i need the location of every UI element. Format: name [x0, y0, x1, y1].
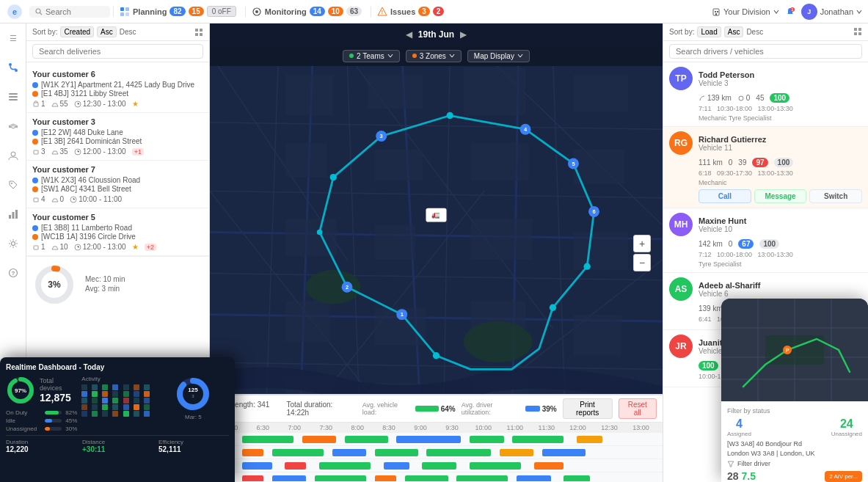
- sidebar-settings-icon[interactable]: [4, 235, 22, 252]
- svg-text:e: e: [12, 7, 17, 16]
- mobile-map: P: [721, 299, 868, 401]
- mobile-num-row: 28 7.5: [727, 470, 756, 482]
- switch-button[interactable]: Switch: [809, 189, 862, 203]
- grid-view-icon[interactable]: [194, 28, 203, 37]
- issues-icon: !: [377, 7, 387, 17]
- sidebar-menu-icon[interactable]: ☰: [4, 29, 22, 47]
- time-label: 7:30: [310, 424, 342, 431]
- num28: 28: [727, 470, 739, 482]
- sort-desc-label: Desc: [746, 28, 763, 36]
- sort-asc-btn[interactable]: Asc: [724, 26, 744, 37]
- map-zoom-controls: + −: [633, 235, 651, 271]
- list-item[interactable]: RG Richard Gutierrez Vehicle 11 111 km 0…: [663, 127, 868, 208]
- customer-title: Your customer 6: [32, 70, 203, 78]
- package-icon: [32, 196, 40, 203]
- filter-row: Filter driver: [727, 460, 862, 467]
- map-next-btn[interactable]: ▶: [460, 29, 467, 40]
- sidebar-user-icon[interactable]: [4, 147, 22, 164]
- list-item[interactable]: Your customer 7 [W1K 2X3] 46 Cloussion R…: [26, 161, 209, 208]
- star-icon[interactable]: ★: [132, 100, 139, 108]
- list-item[interactable]: Your customer 6 [W1K 2Y1] Apartment 21, …: [26, 65, 209, 113]
- notification-bell[interactable]: 1: [785, 7, 795, 17]
- sidebar-tag-icon[interactable]: [4, 176, 22, 194]
- map-prev-btn[interactable]: ◀: [406, 29, 412, 40]
- zoom-out-btn[interactable]: −: [633, 254, 651, 271]
- svg-text:1: 1: [791, 7, 793, 12]
- list-item[interactable]: Your customer 5 [E1 3B8] 11 Lamberto Roa…: [26, 208, 209, 256]
- sidebar-layers-icon[interactable]: [4, 117, 22, 135]
- svg-point-2: [36, 9, 40, 13]
- stop-count: 0: [746, 94, 751, 102]
- package-count: 1: [41, 243, 45, 251]
- orange-action-btn[interactable]: 2 AiV per...: [825, 471, 862, 482]
- driver-name: Adeeb al-Shariff: [699, 281, 862, 290]
- svg-rect-19: [9, 93, 18, 95]
- zoom-in-btn[interactable]: +: [633, 235, 651, 252]
- teams-filter-btn[interactable]: 2 Teams: [343, 50, 400, 62]
- stop-address: [E12 2W] 448 Duke Lane: [41, 128, 123, 136]
- division-selector[interactable]: Your Division: [712, 7, 779, 16]
- time-label: 11:30: [530, 424, 562, 431]
- gantt-header: Total length: 341 km Total duration: 14:…: [210, 395, 663, 423]
- stop-indicator: [32, 178, 38, 183]
- driver-name: Todd Peterson: [699, 70, 862, 79]
- driver-name: Maxine Hunt: [699, 216, 862, 225]
- user-menu[interactable]: J Jonathan: [801, 4, 862, 20]
- stop-item: [E1 4BJ] 3121 Libby Street: [32, 90, 203, 98]
- message-button[interactable]: Message: [754, 189, 807, 203]
- svg-rect-40: [34, 246, 38, 249]
- schedule1: 6:18: [699, 169, 712, 177]
- bar-track: [45, 411, 62, 415]
- driver-header: AS Adeeb al-Shariff Vehicle 6: [669, 277, 862, 301]
- teams-label: 2 Teams: [357, 52, 384, 60]
- list-item[interactable]: TP Todd Peterson Vehicle 3 139 km 0: [663, 62, 868, 127]
- sidebar-chart-icon[interactable]: [4, 205, 22, 223]
- map-date: 19th Jun: [418, 29, 454, 40]
- gantt-block: [315, 475, 366, 482]
- gantt-block: [405, 475, 448, 482]
- driver-search-input[interactable]: [669, 44, 862, 59]
- global-search[interactable]: [29, 6, 110, 18]
- stat-item: Distance +30:11: [82, 439, 153, 453]
- search-input[interactable]: [45, 7, 104, 16]
- list-item[interactable]: MH Maxine Hunt Vehicle 10 142 km 0 67 10…: [663, 208, 868, 273]
- svg-text:125: 125: [189, 387, 199, 393]
- stop-address: [E1 3B8] 11 Lamberto Road: [41, 224, 132, 232]
- sort-field-btn[interactable]: Load: [697, 26, 721, 37]
- map-display-btn[interactable]: Map Display: [467, 50, 530, 62]
- call-button[interactable]: Call: [699, 189, 751, 203]
- driver-util-bar: [525, 406, 540, 412]
- load-max-badge: 100: [759, 239, 779, 249]
- svg-text:P: P: [786, 348, 789, 353]
- stop-address: [E1 3B] 2641 Dominicán Street: [41, 137, 142, 145]
- list-item[interactable]: Your customer 3 [E12 2W] 448 Duke Lane […: [26, 113, 209, 161]
- assigned-stat: 4 Assigned: [727, 417, 751, 437]
- sort-asc-btn[interactable]: Asc: [97, 26, 117, 37]
- driver-info: Maxine Hunt Vehicle 10: [699, 216, 862, 233]
- delivery-search-input[interactable]: [32, 44, 203, 59]
- reset-all-btn[interactable]: Reset all: [619, 398, 657, 419]
- monitoring-badge2: 10: [328, 7, 343, 16]
- time-label: 12:00: [562, 424, 594, 431]
- gantt-block: [272, 475, 307, 482]
- gantt-block: [426, 449, 491, 456]
- stat-item: Efficiency 52,111: [158, 439, 229, 453]
- sort-field-btn[interactable]: Created: [60, 26, 94, 37]
- off-button[interactable]: 0 oFF: [207, 6, 236, 17]
- clock-icon: [74, 148, 81, 156]
- sidebar-list-icon[interactable]: [4, 88, 22, 106]
- print-reports-btn[interactable]: Print reports: [563, 398, 613, 419]
- package-icon: [32, 244, 40, 251]
- app-logo[interactable]: e: [6, 3, 23, 21]
- grid-view-icon[interactable]: [853, 27, 862, 36]
- sidebar-help-icon[interactable]: ?: [4, 264, 22, 282]
- gantt-block: [272, 449, 324, 456]
- driver-search[interactable]: [663, 41, 868, 62]
- planning-badge2: 15: [189, 7, 204, 16]
- delivery-search[interactable]: [26, 41, 209, 62]
- gantt-block: [242, 449, 263, 456]
- star-icon[interactable]: ★: [132, 243, 139, 251]
- sidebar-route-icon[interactable]: [4, 59, 22, 76]
- dash-bars: On Duty 82% Idle 45% Unassigned: [6, 409, 77, 432]
- zones-filter-btn[interactable]: 3 Zones: [406, 50, 462, 62]
